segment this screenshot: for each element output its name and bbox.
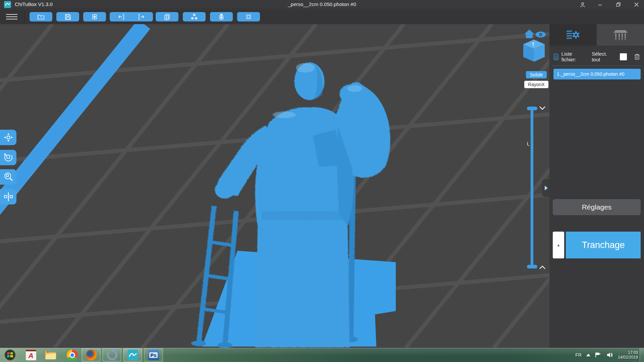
file-list-item[interactable]: 1._perso__2cm 0.050.photon #0 — [553, 69, 641, 79]
close-button[interactable] — [629, 0, 644, 9]
scale-tool-button[interactable] — [0, 169, 16, 185]
select-all-label: Sélect. tout — [592, 51, 615, 62]
delete-trash-icon[interactable] — [634, 53, 640, 60]
slider-chevron-down-icon[interactable] — [540, 107, 545, 109]
taskbar-firefox-button[interactable] — [82, 348, 101, 362]
tray-date: 14/02/2019 — [618, 355, 638, 360]
select-all-checkbox[interactable] — [620, 53, 627, 60]
action-center-flag-icon[interactable] — [595, 352, 602, 358]
hollow-button[interactable] — [237, 12, 260, 21]
taskbar-photoshop-button[interactable]: Ps — [144, 348, 163, 362]
photoshop-icon: Ps — [148, 350, 159, 360]
file-list-separator — [552, 66, 641, 66]
start-button[interactable] — [3, 348, 17, 362]
tray-time: 17:03 — [618, 350, 638, 355]
tab-file-settings[interactable] — [549, 24, 597, 46]
toolbar-separator — [24, 10, 24, 23]
tab-supports[interactable] — [597, 24, 644, 46]
restore-button[interactable] — [610, 0, 626, 9]
show-desktop-button[interactable] — [640, 348, 644, 362]
right-panel: Liste fichier: Sélect. tout 1._perso__2c… — [549, 9, 644, 348]
mirror-tool-button[interactable] — [0, 189, 16, 204]
layer-slider-handle-top[interactable] — [527, 107, 537, 110]
taskbar-acrobat-icon[interactable]: A — [24, 348, 38, 362]
capture-tool-icon — [107, 350, 117, 360]
save-file-button[interactable] — [56, 12, 79, 21]
capture-button[interactable] — [83, 12, 106, 21]
panel-collapse-handle[interactable] — [542, 179, 549, 197]
slice-button[interactable]: Tranchage — [566, 232, 641, 258]
file-name: 1._perso__2cm 0.050.photon #0 — [557, 71, 625, 77]
copy-button[interactable] — [156, 12, 178, 21]
main-toolbar — [0, 9, 644, 24]
arrange-button[interactable] — [183, 12, 206, 21]
menu-icon[interactable] — [6, 12, 17, 21]
undo-button[interactable] — [110, 12, 132, 21]
layer-slider-handle-bottom[interactable] — [527, 265, 537, 268]
nav-cube-top-label: T — [531, 42, 535, 48]
user-icon[interactable] — [575, 0, 590, 9]
file-settings-icon — [566, 29, 581, 41]
firefox-icon — [86, 350, 97, 360]
slice-arrow-icon: ▲ — [557, 243, 560, 247]
windows-taskbar: A Ps FR — [0, 348, 644, 362]
resin-button[interactable] — [210, 12, 233, 21]
windows-start-icon — [4, 349, 16, 361]
file-list-label: Liste fichier: — [561, 51, 586, 62]
clock[interactable]: 17:03 14/02/2019 — [618, 350, 638, 360]
render-mode-solid-button[interactable]: Solide — [526, 71, 547, 78]
redo-button[interactable] — [130, 12, 153, 21]
minimize-button[interactable] — [592, 0, 608, 9]
taskbar-chitubox-button[interactable] — [123, 348, 142, 362]
viewport-3d[interactable]: T L F Solide RayonX — [0, 24, 549, 348]
rotate-tool-button[interactable] — [0, 150, 16, 165]
language-indicator[interactable]: FR — [575, 352, 582, 358]
chitubox-icon — [127, 350, 138, 360]
panel-tabs — [549, 24, 644, 46]
taskbar-chrome-icon[interactable] — [65, 348, 79, 362]
document-title: _perso__2cm 0.050.photon #0 — [0, 1, 644, 7]
slice-options-button[interactable]: ▲ — [553, 232, 564, 258]
system-tray: FR 17:03 14/02/2019 — [575, 348, 638, 362]
nav-cube-left-label: L — [527, 141, 530, 147]
taskbar-explorer-icon[interactable] — [44, 348, 58, 362]
open-file-button[interactable] — [30, 12, 52, 21]
settings-button[interactable]: Réglages — [553, 199, 641, 215]
perspective-eye-icon[interactable] — [536, 32, 546, 38]
tray-expand-icon[interactable] — [586, 354, 590, 356]
file-list-icon — [553, 53, 559, 60]
render-mode-xray-button[interactable]: RayonX — [524, 81, 548, 88]
supports-icon — [613, 29, 628, 41]
slider-chevron-up-icon[interactable] — [540, 266, 545, 269]
titlebar: ChiTuBox V1.3.0 _perso__2cm 0.050.photon… — [0, 0, 644, 9]
taskbar-capture-tool-button[interactable] — [102, 348, 121, 362]
build-scene: T L F — [0, 24, 549, 348]
volume-icon[interactable] — [606, 352, 613, 358]
move-tool-button[interactable] — [0, 130, 16, 145]
